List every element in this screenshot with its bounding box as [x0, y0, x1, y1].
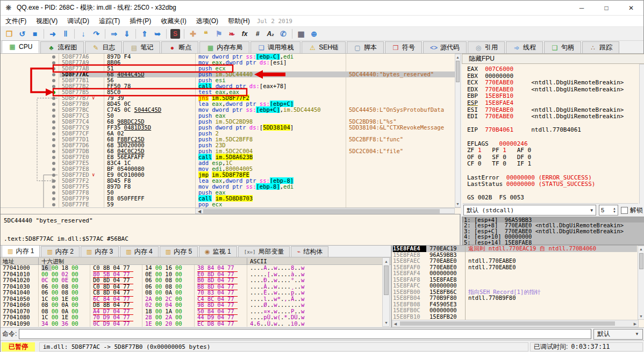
- tab-call-stack[interactable]: ❏调用堆栈: [251, 41, 300, 53]
- row-dot-icon[interactable]: [52, 191, 55, 195]
- disassembly-hscrollbar[interactable]: ◀: [1, 207, 461, 214]
- maximize-button[interactable]: □: [594, 1, 619, 16]
- row-dot-icon[interactable]: [52, 168, 55, 171]
- memory-vscrollbar[interactable]: ▲ ▼: [382, 257, 390, 327]
- row-dot-icon[interactable]: [52, 73, 55, 76]
- row-dot-icon[interactable]: [52, 162, 55, 165]
- tab-dump-1[interactable]: ▥内存 1: [2, 245, 40, 257]
- stack-row[interactable]: 15E8FB0C00000000: [392, 307, 637, 314]
- tab-locals[interactable]: [x=]局部变量: [238, 246, 290, 257]
- row-dot-icon[interactable]: [52, 138, 55, 141]
- menu-插件P[interactable]: 插件(P): [125, 16, 156, 27]
- comments-icon[interactable]: ❝: [199, 28, 212, 40]
- register-line[interactable]: CF 0 TF 0 IF 1: [467, 161, 639, 168]
- row-dot-icon[interactable]: [52, 120, 55, 124]
- stack-row[interactable]: 15E8FAFC00000000: [392, 283, 637, 289]
- register-line[interactable]: GS 002B FS 0053: [467, 195, 639, 202]
- tab-dump-4[interactable]: ▥内存 4: [120, 246, 158, 257]
- run-to-user-code-icon[interactable]: ➥: [151, 28, 164, 40]
- command-input[interactable]: [19, 329, 591, 339]
- stack-row[interactable]: 15E8FB1015E8FB20: [392, 314, 637, 320]
- scroll-down-icon[interactable]: ▼: [639, 313, 643, 319]
- menu-帮助H[interactable]: 帮助(H): [223, 16, 255, 27]
- step-into-icon[interactable]: ↓: [77, 28, 90, 40]
- memory-row[interactable]: 770410200C000E00D08D047706000800B08D0477…: [1, 277, 382, 284]
- calling-convention-select[interactable]: 默认 (stdcall) ▼: [463, 205, 596, 215]
- restart-icon[interactable]: ↺: [16, 28, 28, 40]
- row-dot-icon[interactable]: [52, 126, 55, 130]
- calculator-icon[interactable]: ▦: [295, 28, 307, 40]
- row-dot-icon[interactable]: [52, 174, 55, 177]
- tab-cpu[interactable]: ▦CPU: [2, 40, 39, 53]
- labels-icon[interactable]: ⚑: [212, 28, 225, 40]
- scroll-down-icon[interactable]: ▼: [455, 201, 460, 207]
- row-dot-icon[interactable]: [52, 103, 55, 106]
- stack-row[interactable]: 15E8FAF0770EABE0ntdll.770EABE0: [392, 264, 637, 271]
- row-dot-icon[interactable]: [52, 150, 55, 153]
- tab-dump-3[interactable]: ▥内存 3: [81, 246, 119, 257]
- row-dot-icon[interactable]: [52, 67, 55, 70]
- step-out-icon[interactable]: ⇑: [138, 28, 151, 40]
- memory-row[interactable]: 7704104006000800C88D047708000A0070830477…: [1, 290, 382, 296]
- scroll-up-icon[interactable]: ▲: [384, 258, 389, 264]
- row-dot-icon[interactable]: [52, 144, 55, 147]
- run-icon[interactable]: ➜: [46, 28, 59, 40]
- stack-vscrollbar[interactable]: ▲ ▼: [638, 246, 644, 320]
- menu-调试D[interactable]: 调试(D): [62, 16, 94, 27]
- menu-文件F[interactable]: 文件(F): [1, 16, 31, 27]
- stack-row[interactable]: 15E8FAF400000000: [392, 270, 637, 277]
- register-line[interactable]: LastStatus 00000000 (STATUS_SUCCESS): [467, 181, 639, 188]
- breakpoint-dot-icon[interactable]: [52, 91, 55, 94]
- scroll-right-icon[interactable]: ▶: [633, 321, 638, 327]
- call-arg-row[interactable]: 5: [esp+14] 15E8FAE8: [462, 240, 644, 245]
- menu-追踪T[interactable]: 追踪(T): [94, 16, 125, 27]
- tab-script[interactable]: ▢脚本: [347, 41, 384, 53]
- tab-symbols[interactable]: ❒符号: [385, 41, 422, 53]
- scroll-left-icon[interactable]: ◀: [196, 209, 203, 214]
- row-dot-icon[interactable]: [52, 132, 55, 135]
- memory-row[interactable]: 77041090340036000CD904771E002000ECD80477…: [1, 321, 382, 327]
- tab-references[interactable]: ◎引用: [468, 41, 505, 53]
- tab-breakpoints[interactable]: ●断点: [161, 41, 198, 53]
- stack-hscrollbar[interactable]: ◀ ▶: [392, 320, 639, 327]
- row-dot-icon[interactable]: [52, 79, 55, 82]
- open-file-icon[interactable]: ❐: [3, 28, 16, 40]
- stack-row[interactable]: 15E8FAE4770EAC19返回到 ntdll.770EAC19 自 ntd…: [392, 246, 637, 252]
- scroll-down-icon[interactable]: ▼: [384, 320, 389, 326]
- tab-threads[interactable]: ➾线程: [506, 41, 543, 53]
- functions-icon[interactable]: fx: [238, 28, 251, 40]
- unlock-option[interactable]: 解锁: [621, 206, 643, 215]
- menu-选项O[interactable]: 选项(O): [191, 16, 223, 27]
- menu-收藏夹I[interactable]: 收藏夹(I): [156, 16, 191, 27]
- close-button[interactable]: ✕: [619, 1, 643, 16]
- tab-dump-2[interactable]: ▥内存 2: [41, 246, 79, 257]
- registers-vscrollbar[interactable]: [639, 64, 644, 208]
- animate-into-icon[interactable]: ⇒: [108, 28, 120, 40]
- attach-icon[interactable]: ✆: [277, 28, 290, 40]
- bookmarks-icon[interactable]: ❧: [225, 28, 238, 40]
- tab-log[interactable]: ✎日志: [85, 41, 122, 53]
- register-line[interactable]: EDI 770EABE0 <ntdll.DbgUiRemoteBreakin>: [467, 113, 639, 120]
- patch-icon[interactable]: ✚: [187, 28, 199, 40]
- disassembly-vscrollbar[interactable]: ▲ ▼: [455, 54, 461, 207]
- unlock-checkbox[interactable]: [621, 207, 628, 214]
- stack-row[interactable]: 15E8FAF815E8FAE8: [392, 277, 637, 283]
- row-dot-icon[interactable]: [52, 197, 55, 200]
- arg-count-stepper[interactable]: 5 ▲▼: [599, 205, 618, 215]
- row-dot-icon[interactable]: [52, 179, 55, 183]
- scylla-icon[interactable]: S: [169, 28, 182, 40]
- scroll-up-icon[interactable]: ▲: [455, 54, 460, 60]
- row-dot-icon[interactable]: [52, 109, 55, 112]
- tab-struct[interactable]: ⌁结构体: [291, 246, 328, 257]
- hash-icon[interactable]: #: [251, 28, 264, 40]
- tab-memory-map[interactable]: ▦内存布局: [199, 41, 249, 53]
- tab-watch-1[interactable]: ◉监视 1: [199, 246, 237, 257]
- row-dot-icon[interactable]: [52, 114, 55, 118]
- disasm-row[interactable]: 5D8F77FE59pop ecx: [1, 202, 455, 207]
- minimize-button[interactable]: ─: [569, 1, 594, 16]
- row-dot-icon[interactable]: [52, 85, 55, 88]
- row-dot-icon[interactable]: [52, 97, 55, 100]
- scroll-left-icon[interactable]: ◀: [393, 321, 398, 327]
- memory-row[interactable]: 7704100016001800C08B04771400160038840477…: [1, 265, 382, 271]
- tab-handles[interactable]: ❑句柄: [544, 41, 581, 53]
